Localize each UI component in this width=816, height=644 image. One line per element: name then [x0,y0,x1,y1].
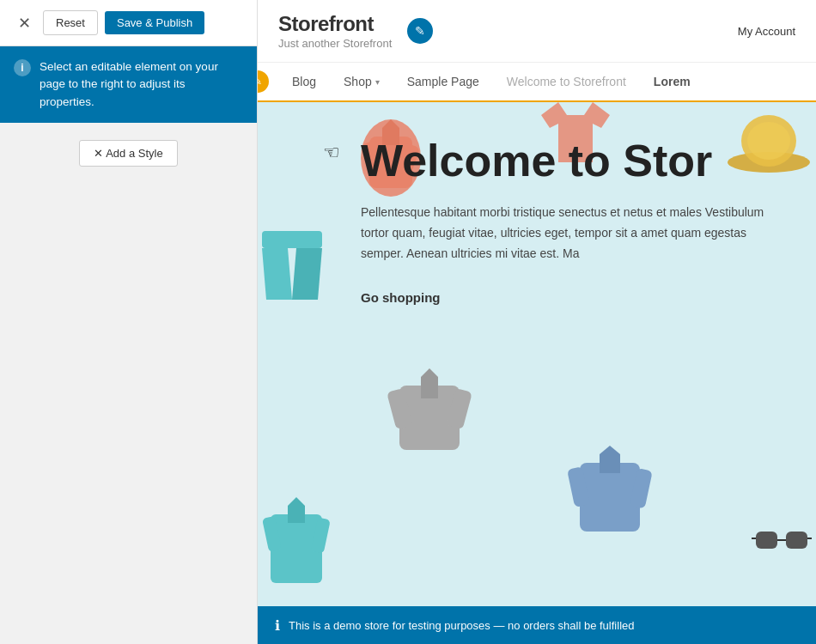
store-nav: ✎ Blog Shop ▾ Sample Page Welcome to Sto… [258,63,816,102]
store-title: Storefront [278,12,392,36]
sidebar-toolbar: ✕ Reset Save & Publish [0,0,257,46]
brand-edit-icon[interactable]: ✎ [407,18,433,44]
nav-item-lorem[interactable]: Lorem [640,63,704,100]
nav-item-blog[interactable]: Blog [278,63,330,100]
go-shopping-button[interactable]: Go shopping [361,290,440,305]
svg-rect-22 [567,466,590,507]
jacket-illustration-4 [567,446,653,549]
svg-marker-13 [421,368,438,398]
svg-marker-17 [288,497,305,523]
svg-rect-25 [786,532,807,549]
svg-rect-14 [387,388,413,430]
main-area: Storefront Just another Storefront ✎ My … [258,0,816,644]
info-bar-icon: ℹ [275,617,280,634]
sunglasses-illustration [752,523,812,566]
save-publish-button[interactable]: Save & Publish [105,11,204,34]
sidebar-body: ✕ Add a Style [0,123,257,644]
brand-row: Storefront Just another Storefront ✎ [278,12,433,50]
shop-dropdown-arrow: ▾ [375,77,380,87]
store-hero: Welcome to Stor Pellentesque habitant mo… [258,102,816,606]
close-button[interactable]: ✕ [12,11,36,35]
svg-rect-24 [756,532,777,549]
info-icon: i [14,59,31,76]
hero-body-text: Pellentesque habitant morbi tristique se… [361,203,764,264]
svg-rect-18 [262,516,282,552]
hero-title: Welcome to Stor [361,137,764,185]
svg-marker-21 [600,446,620,473]
my-account-link[interactable]: My Account [738,25,795,38]
jacket-illustration-2 [387,368,472,463]
store-header: Storefront Just another Storefront ✎ My … [258,0,816,63]
store-bottom-bar: ℹ This is a demo store for testing purpo… [258,606,816,644]
sidebar-info-box: i Select an editable element on your pag… [0,46,257,123]
hero-content: Welcome to Stor Pellentesque habitant mo… [258,102,816,323]
nav-item-shop[interactable]: Shop ▾ [330,63,393,100]
jacket-illustration-3 [262,497,331,600]
sidebar: ✕ Reset Save & Publish i Select an edita… [0,0,258,644]
svg-rect-12 [399,386,460,450]
store-brand: Storefront Just another Storefront [278,12,392,50]
sidebar-info-text: Select an editable element on your page … [40,58,243,111]
svg-rect-16 [271,514,322,583]
app-wrapper: ✕ Reset Save & Publish i Select an edita… [0,0,816,644]
reset-button[interactable]: Reset [43,10,98,35]
svg-rect-23 [630,468,653,509]
store-tagline: Just another Storefront [278,37,392,50]
nav-item-welcome[interactable]: Welcome to Storefront [493,63,640,100]
bottom-bar-text: This is a demo store for testing purpose… [289,619,634,632]
nav-edit-icon[interactable]: ✎ [258,70,269,93]
svg-rect-15 [446,388,472,430]
nav-item-sample-page[interactable]: Sample Page [393,63,493,100]
svg-rect-20 [580,463,640,532]
store-header-right: My Account [738,25,795,38]
svg-rect-19 [311,518,331,554]
add-style-button[interactable]: ✕ Add a Style [79,140,177,167]
